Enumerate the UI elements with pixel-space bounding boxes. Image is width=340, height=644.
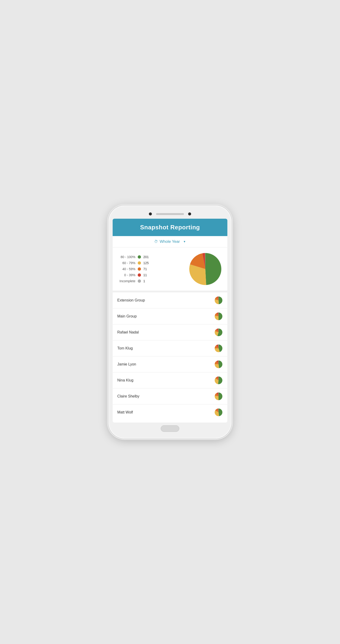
list-item-name: Nina Klug — [117, 378, 133, 382]
list-item-name: Jamie Lyon — [117, 362, 136, 366]
list-item-name: Tom Klug — [117, 346, 133, 350]
mini-pie-svg — [214, 328, 223, 336]
legend-range: 0 - 39% — [117, 273, 135, 277]
legend-item: 40 - 59% 71 — [117, 267, 150, 271]
pie-segment — [219, 360, 223, 368]
list-item-name: Matt Wolf — [117, 410, 133, 414]
mini-pie-chart — [214, 392, 223, 400]
list-item[interactable]: Rafael Nadal — [113, 324, 227, 340]
mini-pie-svg — [214, 344, 223, 352]
mini-pie-svg — [214, 376, 223, 384]
pie-segment — [219, 296, 223, 304]
clock-icon: ⏱ — [154, 240, 158, 244]
pie-segment — [219, 408, 223, 416]
legend-dot — [138, 261, 141, 264]
pie-segment — [215, 396, 219, 400]
legend-dot — [138, 280, 141, 283]
legend-range: 40 - 59% — [117, 267, 135, 271]
list-item-name: Rafael Nadal — [117, 330, 139, 334]
legend-range: 80 - 100% — [117, 255, 135, 259]
legend-count: 1 — [143, 279, 150, 283]
list-item[interactable]: Matt Wolf — [113, 404, 227, 420]
legend-item: 60 - 79% 125 — [117, 261, 150, 265]
mini-pie-chart — [214, 296, 223, 304]
list-item[interactable]: Jamie Lyon — [113, 356, 227, 372]
dropdown-arrow-icon: ▼ — [183, 240, 186, 243]
list-item[interactable]: Claire Shelby — [113, 388, 227, 404]
pie-chart — [188, 252, 223, 286]
filter-label: Whole Year — [160, 239, 180, 244]
app-header: Snapshot Reporting — [113, 219, 227, 236]
legend-count: 201 — [143, 255, 150, 259]
phone-bottom — [113, 422, 227, 433]
legend: 80 - 100% 201 60 - 79% 125 40 - 59% 71 0… — [117, 255, 150, 283]
phone-dot-left — [149, 212, 152, 216]
phone-top — [113, 212, 227, 219]
pie-segment — [215, 364, 219, 368]
mini-pie-chart — [214, 360, 223, 368]
phone-dot-right — [188, 212, 191, 216]
summary-section: 80 - 100% 201 60 - 79% 125 40 - 59% 71 0… — [113, 248, 227, 292]
app-title: Snapshot Reporting — [117, 224, 223, 231]
phone-screen: Snapshot Reporting ⏱ Whole Year ▼ 80 - 1… — [113, 219, 227, 422]
pie-segment — [219, 312, 223, 320]
legend-count: 11 — [143, 273, 150, 277]
phone-frame: Snapshot Reporting ⏱ Whole Year ▼ 80 - 1… — [108, 206, 232, 438]
pie-chart-svg — [188, 252, 223, 286]
mini-pie-svg — [214, 296, 223, 304]
mini-pie-chart — [214, 344, 223, 352]
mini-pie-svg — [214, 408, 223, 416]
list-item[interactable]: Nina Klug — [113, 372, 227, 388]
mini-pie-chart — [214, 328, 223, 336]
legend-range: Incomplete — [117, 279, 135, 283]
phone-speaker — [156, 213, 184, 215]
mini-pie-svg — [214, 360, 223, 368]
list-item-name: Claire Shelby — [117, 394, 139, 398]
home-button[interactable] — [161, 425, 179, 432]
list-item-name: Main Group — [117, 314, 137, 318]
legend-dot — [138, 274, 141, 277]
pie-segment — [218, 376, 223, 384]
legend-range: 60 - 79% — [117, 261, 135, 265]
list-item[interactable]: Tom Klug — [113, 340, 227, 356]
legend-count: 125 — [143, 261, 150, 265]
legend-dot — [138, 255, 141, 258]
list-item[interactable]: Main Group — [113, 308, 227, 324]
list-item-name: Extension Group — [117, 298, 145, 302]
legend-item: 0 - 39% 11 — [117, 273, 150, 277]
legend-item: Incomplete 1 — [117, 279, 150, 283]
list-section: Extension GroupMain GroupRafael NadalTom… — [113, 292, 227, 422]
pie-segment — [215, 316, 219, 320]
filter-bar[interactable]: ⏱ Whole Year ▼ — [113, 236, 227, 248]
list-item[interactable]: Extension Group — [113, 292, 227, 308]
mini-pie-svg — [214, 312, 223, 320]
mini-pie-chart — [214, 376, 223, 384]
pie-segment — [205, 253, 221, 285]
legend-item: 80 - 100% 201 — [117, 255, 150, 259]
mini-pie-svg — [214, 392, 223, 400]
pie-segment — [219, 392, 223, 400]
mini-pie-chart — [214, 408, 223, 416]
legend-dot — [138, 268, 141, 271]
legend-count: 71 — [143, 267, 150, 271]
mini-pie-chart — [214, 312, 223, 320]
